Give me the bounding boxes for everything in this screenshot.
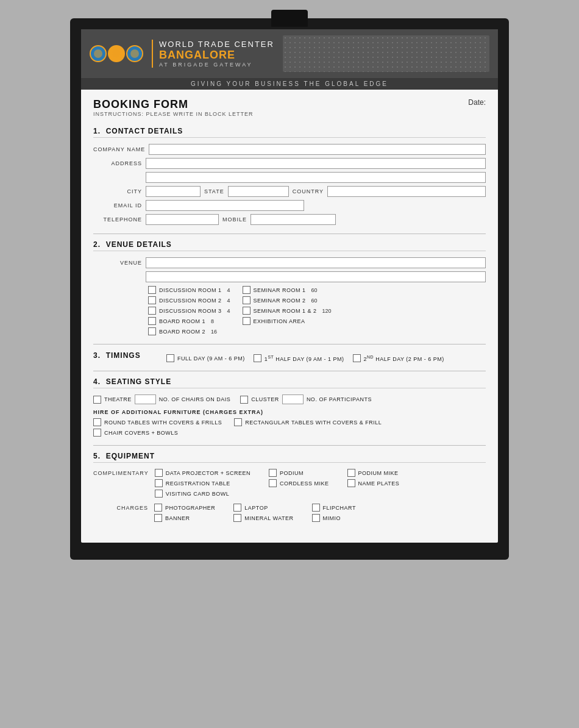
- equip-data-projector-checkbox[interactable]: [155, 469, 163, 477]
- company-name-input[interactable]: [149, 144, 486, 155]
- logo-circle-3: [126, 45, 143, 62]
- mobile-input[interactable]: [250, 214, 336, 225]
- address-row-1: ADDRESS: [93, 158, 486, 169]
- equip-mimio: MIMIO: [312, 514, 356, 522]
- seating-options: THEATRE NO. OF CHAIRS ON DAIS CLUSTER NO…: [93, 394, 486, 404]
- equip-banner-checkbox[interactable]: [154, 514, 162, 522]
- equip-visiting-card-label: VISITING CARD BOWL: [166, 491, 230, 497]
- equip-visiting-card-checkbox[interactable]: [155, 490, 163, 498]
- timing-2nd-half-checkbox[interactable]: [353, 354, 361, 362]
- equip-registration-table-checkbox[interactable]: [155, 479, 163, 487]
- venue-input-2[interactable]: [146, 271, 486, 282]
- address-row-2: [93, 172, 486, 183]
- equip-laptop-label: LAPTOP: [244, 505, 268, 511]
- timing-full-day: FULL DAY (9 AM - 6 PM): [166, 354, 245, 362]
- room-board-1-cap: 8: [211, 318, 214, 324]
- furniture-rectangular-tables-checkbox[interactable]: [234, 418, 242, 426]
- equip-cordless-mike-label: CORDLESS MIKE: [280, 480, 329, 487]
- equip-charges-items: PHOTOGRAPHER BANNER LAPTOP: [154, 504, 486, 522]
- timing-1st-half-checkbox[interactable]: [254, 354, 261, 362]
- divider-2: [93, 344, 486, 344]
- telephone-input[interactable]: [146, 214, 219, 225]
- country-input[interactable]: [327, 186, 486, 197]
- venue-input-1[interactable]: [146, 257, 486, 268]
- furniture-chair-covers-checkbox[interactable]: [93, 429, 101, 437]
- equip-laptop-checkbox[interactable]: [233, 504, 241, 512]
- room-board-1-checkbox[interactable]: [148, 317, 156, 325]
- state-input[interactable]: [228, 186, 289, 197]
- section-venue-num: 2.: [93, 240, 101, 249]
- address-label: ADDRESS: [93, 160, 142, 166]
- room-seminar-1: SEMINAR ROOM 1 60: [243, 286, 332, 294]
- equip-mineral-water-checkbox[interactable]: [233, 514, 241, 522]
- furniture-round-tables: ROUND TABLES WITH COVERS & FRILLS: [93, 418, 222, 426]
- room-discussion-1: DISCUSSION ROOM 1 4: [148, 286, 230, 294]
- room-discussion-3-checkbox[interactable]: [148, 307, 156, 315]
- seating-cluster-label: CLUSTER: [251, 396, 279, 402]
- equip-flipchart-label: FLIPCHART: [323, 505, 356, 511]
- timing-1st-half-label: 1ST HALF DAY (9 AM - 1 PM): [265, 355, 344, 362]
- equip-name-plates-checkbox[interactable]: [347, 479, 355, 487]
- furniture-rectangular-tables: RECTANGULAR TABLES WITH COVERS & FRILL: [234, 418, 382, 426]
- header-title: WORLD TRADE CENTER: [159, 40, 274, 49]
- room-discussion-2-checkbox[interactable]: [148, 296, 156, 304]
- room-seminar-2-label: SEMINAR ROOM 2: [254, 298, 306, 304]
- furniture-round-tables-checkbox[interactable]: [93, 418, 101, 426]
- furniture-title: HIRE OF ADDITIONAL FURNITURE (CHARGES EX…: [93, 409, 486, 415]
- room-discussion-3: DISCUSSION ROOM 3 4: [148, 307, 230, 315]
- venue-field-row: VENUE: [93, 257, 486, 268]
- header-map: [283, 35, 489, 72]
- seating-cluster-input[interactable]: [282, 394, 304, 404]
- country-label: COUNTRY: [293, 188, 324, 194]
- header-map-dots: [283, 35, 489, 72]
- room-board-2-cap: 16: [211, 329, 217, 335]
- equip-mimio-checkbox[interactable]: [312, 514, 320, 522]
- equip-complimentary-items: DATA PROJECTOR + SCREEN REGISTRATION TAB…: [155, 469, 486, 498]
- seating-theatre-checkbox[interactable]: [93, 396, 101, 404]
- equip-charges-col2: LAPTOP MINERAL WATER: [233, 504, 293, 522]
- seating-cluster-checkbox[interactable]: [240, 396, 248, 404]
- form-page: WORLD TRADE CENTER BANGALORE AT BRIGADE …: [81, 29, 498, 543]
- seating-theatre: THEATRE NO. OF CHAIRS ON DAIS: [93, 394, 230, 404]
- timing-full-day-checkbox[interactable]: [166, 354, 174, 362]
- seating-theatre-input[interactable]: [135, 394, 156, 404]
- city-input[interactable]: [146, 186, 201, 197]
- address-input-2[interactable]: [146, 172, 486, 183]
- equip-laptop: LAPTOP: [233, 504, 293, 512]
- furniture-options: ROUND TABLES WITH COVERS & FRILLS RECTAN…: [93, 418, 486, 426]
- header-main: BANGALORE: [159, 49, 274, 62]
- equip-cordless-mike: CORDLESS MIKE: [269, 479, 329, 487]
- room-discussion-1-checkbox[interactable]: [148, 286, 156, 294]
- furniture-round-tables-label: ROUND TABLES WITH COVERS & FRILLS: [104, 419, 222, 426]
- room-seminar-2: SEMINAR ROOM 2 60: [243, 296, 332, 304]
- equip-data-projector: DATA PROJECTOR + SCREEN: [155, 469, 250, 477]
- seating-participants-label: NO. OF PARTICIPANTS: [307, 396, 372, 402]
- venue-field-row-2: [93, 271, 486, 282]
- header-sub: AT BRIGADE GATEWAY: [159, 62, 274, 68]
- equip-cordless-mike-checkbox[interactable]: [269, 479, 277, 487]
- room-seminar-2-cap: 60: [311, 298, 318, 304]
- email-input[interactable]: [146, 200, 304, 211]
- room-board-2-checkbox[interactable]: [148, 327, 156, 335]
- equip-podium-checkbox[interactable]: [269, 469, 277, 477]
- section-venue-label: VENUE DETAILS: [106, 240, 172, 249]
- booking-title-block: BOOKING FORM INSTRUCTIONS: PLEASE WRITE …: [93, 98, 254, 124]
- equip-flipchart-checkbox[interactable]: [312, 504, 320, 512]
- room-seminar-1-checkbox[interactable]: [243, 286, 250, 294]
- equip-podium-mike-checkbox[interactable]: [347, 469, 355, 477]
- equip-comp-col2: PODIUM CORDLESS MIKE: [269, 469, 329, 498]
- address-input-1[interactable]: [146, 158, 486, 169]
- room-seminar-12-checkbox[interactable]: [243, 307, 250, 315]
- room-seminar-2-checkbox[interactable]: [243, 296, 250, 304]
- timing-1st-half: 1ST HALF DAY (9 AM - 1 PM): [254, 354, 344, 362]
- divider-1: [93, 234, 486, 234]
- section-equipment: 5. EQUIPMENT COMPLIMENTARY DATA PROJECTO…: [93, 452, 486, 522]
- room-board-1: BOARD ROOM 1 8: [148, 317, 230, 325]
- equip-photographer: PHOTOGRAPHER: [154, 504, 215, 512]
- equip-flipchart: FLIPCHART: [312, 504, 356, 512]
- telephone-label: TELEPHONE: [93, 216, 142, 223]
- room-exhibition-checkbox[interactable]: [243, 317, 250, 325]
- equip-photographer-checkbox[interactable]: [154, 504, 162, 512]
- timing-2nd-half-label: 2ND HALF DAY (2 PM - 6 PM): [364, 355, 444, 362]
- timing-options: FULL DAY (9 AM - 6 PM) 1ST HALF DAY (9 A…: [166, 354, 444, 362]
